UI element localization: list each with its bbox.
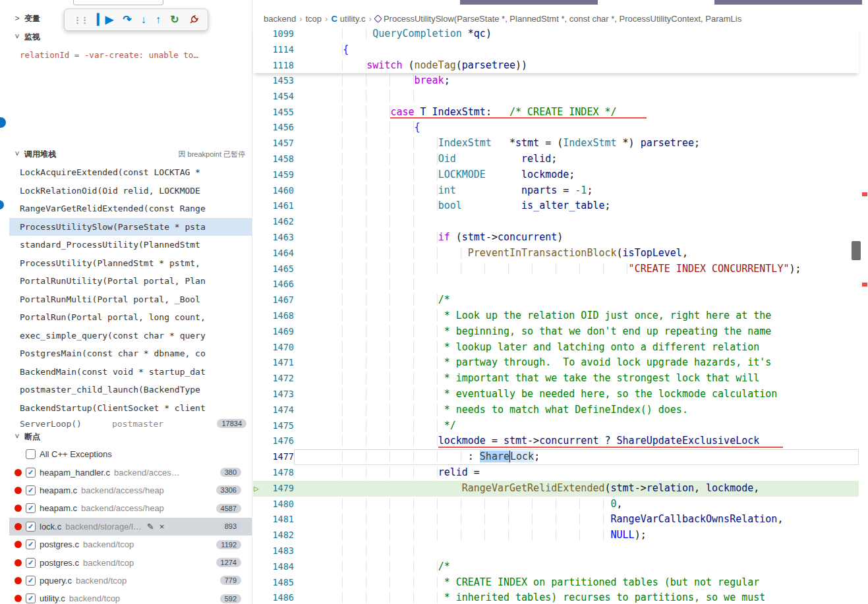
fold-gutter[interactable] <box>294 418 319 434</box>
gutter-glyph-margin[interactable] <box>253 465 262 481</box>
line-number[interactable]: 1461 <box>262 198 294 214</box>
fold-gutter[interactable] <box>294 105 319 121</box>
line-number[interactable]: 1458 <box>262 151 294 167</box>
gutter-glyph-margin[interactable] <box>253 42 262 58</box>
line-number[interactable]: 1457 <box>262 136 294 151</box>
fold-gutter[interactable] <box>294 26 319 42</box>
line-number[interactable]: 1477 <box>262 449 294 465</box>
checkbox-checked[interactable]: ✓ <box>26 485 36 495</box>
call-stack-frame[interactable]: PortalRunUtility(Portal portal, Plan <box>9 272 252 290</box>
tab-fragment[interactable] <box>460 0 598 5</box>
code-line-content[interactable]: * partway through. To avoid lock upgrade… <box>319 355 859 371</box>
gutter-glyph-margin[interactable] <box>253 418 262 434</box>
code-line-content[interactable]: lockmode = stmt->concurrent ? ShareUpdat… <box>319 433 859 449</box>
fold-gutter[interactable] <box>294 230 319 246</box>
breakpoints-section-header[interactable]: ˅ 断点 <box>9 429 252 445</box>
gutter-glyph-margin[interactable] <box>253 214 262 230</box>
line-number[interactable]: 1474 <box>262 402 294 418</box>
gutter-glyph-margin[interactable] <box>253 371 262 387</box>
gutter-glyph-margin[interactable] <box>253 151 262 167</box>
debug-config-dropdown-fragment[interactable] <box>73 0 163 5</box>
fold-gutter[interactable] <box>294 590 319 604</box>
line-number[interactable]: 1484 <box>262 559 294 575</box>
code-line-content[interactable]: NULL); <box>319 528 859 543</box>
line-number[interactable]: 1463 <box>262 230 294 246</box>
step-over-icon[interactable]: ↷ <box>123 14 131 25</box>
call-stack-frame[interactable]: LockAcquireExtended(const LOCKTAG * <box>9 163 252 182</box>
fold-gutter[interactable] <box>294 543 319 559</box>
gutter-glyph-margin[interactable] <box>253 136 262 151</box>
continue-icon[interactable]: ▎▶ <box>97 14 113 25</box>
code-line-content[interactable]: RangeVarCallbackOwnsRelation, <box>319 512 859 528</box>
gutter-glyph-margin[interactable] <box>253 246 262 261</box>
code-line-content[interactable] <box>319 214 859 230</box>
line-number[interactable]: 1459 <box>262 167 294 183</box>
line-number[interactable]: 1467 <box>262 292 294 308</box>
line-number[interactable]: 1471 <box>262 355 294 371</box>
fold-gutter[interactable] <box>294 167 319 183</box>
breakpoint-row[interactable]: ✓lock.cbackend/storage/l…✎×893 <box>9 518 252 535</box>
fold-gutter[interactable] <box>294 58 319 74</box>
code-line-content[interactable]: int nparts = -1; <box>319 183 859 199</box>
breakpoint-row[interactable]: ✓heapam_handler.cbackend/acces…380 <box>9 463 252 481</box>
fold-gutter[interactable] <box>294 575 319 591</box>
code-line-content[interactable] <box>319 543 859 559</box>
fold-gutter[interactable] <box>294 449 319 465</box>
breadcrumb-item[interactable]: ProcessUtilitySlow(ParseState *, Planned… <box>375 14 741 24</box>
gutter-glyph-margin[interactable] <box>253 261 262 277</box>
gutter-glyph-margin[interactable] <box>253 497 262 512</box>
tab-fragment[interactable] <box>714 0 862 5</box>
fold-gutter[interactable] <box>294 89 319 105</box>
gutter-glyph-margin[interactable] <box>253 58 262 74</box>
gutter-glyph-margin[interactable] <box>253 575 262 591</box>
code-line-content[interactable]: /* <box>319 559 859 575</box>
fold-gutter[interactable] <box>294 340 319 356</box>
gutter-glyph-margin[interactable] <box>253 26 262 42</box>
gutter-glyph-margin[interactable] <box>253 559 262 575</box>
code-line-content[interactable]: * CREATE INDEX on partitioned tables (bu… <box>319 575 859 591</box>
fold-gutter[interactable] <box>294 308 319 324</box>
step-into-icon[interactable]: ↓ <box>141 14 146 25</box>
fold-gutter[interactable] <box>294 433 319 449</box>
code-line-content[interactable]: { <box>319 120 859 136</box>
line-number[interactable]: 1455 <box>262 105 294 121</box>
line-number[interactable]: 1483 <box>262 543 294 559</box>
code-line-content[interactable]: case T_IndexStmt: /* CREATE INDEX */ <box>319 105 859 121</box>
code-line-content[interactable]: : ShareLock; <box>319 449 859 465</box>
code-line-content[interactable]: /* <box>319 292 859 308</box>
fold-gutter[interactable] <box>294 183 319 199</box>
code-line-content[interactable] <box>319 277 859 292</box>
code-line-content[interactable]: "CREATE INDEX CONCURRENTLY"); <box>319 261 859 277</box>
code-line-content[interactable]: */ <box>319 418 859 434</box>
remove-breakpoint-icon[interactable]: × <box>159 522 165 532</box>
gutter-glyph-margin[interactable] <box>253 340 262 356</box>
breadcrumb-item[interactable]: Cutility.c <box>331 14 365 24</box>
gutter-glyph-margin[interactable] <box>253 73 262 89</box>
checkbox-checked[interactable]: ✓ <box>26 522 36 532</box>
gutter-glyph-margin[interactable] <box>253 308 262 324</box>
line-number[interactable]: 1480 <box>262 497 294 512</box>
code-line-content[interactable] <box>319 89 859 105</box>
fold-gutter[interactable] <box>294 246 319 261</box>
line-number[interactable]: 1462 <box>262 214 294 230</box>
line-number[interactable]: 1453 <box>262 73 294 89</box>
call-stack-frame[interactable]: standard_ProcessUtility(PlannedStmt <box>9 236 252 254</box>
gutter-glyph-margin[interactable] <box>253 167 262 183</box>
code-line-content[interactable]: Oid relid; <box>319 151 859 167</box>
line-number[interactable]: 1456 <box>262 120 294 136</box>
fold-gutter[interactable] <box>294 402 319 418</box>
watch-expression[interactable]: relationId = -var-create: unable to… <box>9 46 252 63</box>
code-line-content[interactable]: switch (nodeTag(parsetree)) <box>319 58 859 74</box>
gutter-glyph-margin[interactable] <box>253 324 262 340</box>
gutter-glyph-margin[interactable] <box>253 355 262 371</box>
code-line-content[interactable]: * important that we take the strongest l… <box>319 371 859 387</box>
code-line-content[interactable]: bool is_alter_table; <box>319 198 859 214</box>
checkbox-checked[interactable]: ✓ <box>26 576 36 586</box>
code-line-content[interactable]: * Look up the relation OID just once, ri… <box>319 308 859 324</box>
gutter-glyph-margin[interactable] <box>253 89 262 105</box>
checkbox-checked[interactable]: ✓ <box>26 593 36 603</box>
checkbox-checked[interactable]: ✓ <box>26 539 36 549</box>
code-line-content[interactable]: 0, <box>319 497 859 512</box>
fold-gutter[interactable] <box>294 465 319 481</box>
fold-gutter[interactable] <box>294 324 319 340</box>
